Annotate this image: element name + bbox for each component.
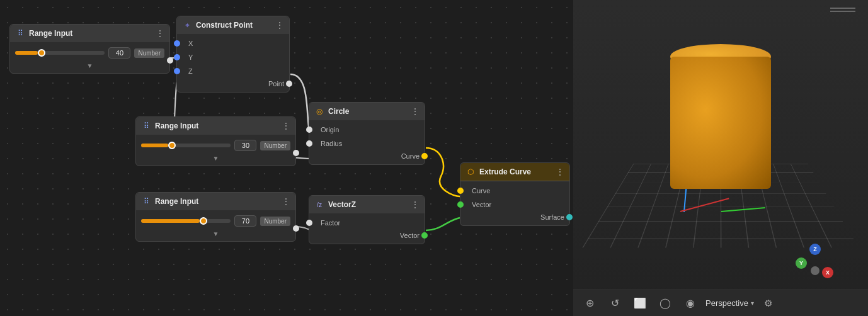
construct-point-title: Construct Point xyxy=(196,21,271,30)
range-input-1-menu[interactable]: ⋮ xyxy=(156,28,164,38)
construct-point-output-label: Point xyxy=(268,80,284,87)
range-input-3-value[interactable]: 70 xyxy=(234,215,256,227)
range-input-1-title: Range Input xyxy=(29,29,152,38)
construct-point-icon: ⌖ xyxy=(182,20,192,30)
vectorz-icon: /z xyxy=(314,200,324,210)
circle-body: Origin Radius Curve xyxy=(309,120,425,164)
range-icon-3: ⠿ xyxy=(141,196,151,206)
frame-btn[interactable]: ⬜ xyxy=(630,293,650,313)
construct-point-y-row: Y xyxy=(177,50,289,64)
range-input-2-type: Number xyxy=(260,141,290,150)
vectorz-factor-socket xyxy=(306,220,312,226)
construct-point-z-socket xyxy=(174,68,180,74)
range-icon-2: ⠿ xyxy=(141,121,151,131)
perspective-dropdown[interactable]: Perspective ▾ xyxy=(705,298,754,308)
range-input-2-menu[interactable]: ⋮ xyxy=(282,121,290,131)
extrude-curve-menu[interactable]: ⋮ xyxy=(556,167,564,177)
refresh-btn[interactable]: ↺ xyxy=(605,293,625,313)
construct-point-y-label: Y xyxy=(188,54,193,61)
extrude-curve-icon: ⬡ xyxy=(465,167,476,177)
circle-output-label: Curve xyxy=(401,152,420,160)
vectorz-output-socket xyxy=(421,232,428,239)
vectorz-factor-label: Factor xyxy=(321,219,340,227)
circle-icon: ◎ xyxy=(314,106,324,116)
range-input-1-thumb[interactable] xyxy=(38,49,45,57)
cylinder-body xyxy=(670,57,771,189)
range-input-3-thumb[interactable] xyxy=(200,217,207,225)
range-input-2-thumb[interactable] xyxy=(168,142,176,149)
range-input-3-slider-row: 70 Number xyxy=(136,213,295,229)
range-input-3-body: 70 Number ▼ xyxy=(136,210,295,241)
range-input-3-fill xyxy=(141,219,200,223)
range-input-2-title: Range Input xyxy=(155,121,278,130)
range-input-3-track[interactable] xyxy=(141,219,231,223)
sphere-btn[interactable]: ◉ xyxy=(680,293,700,313)
range-input-node-1: ⠿ Range Input ⋮ 40 Number ▼ xyxy=(9,24,170,74)
construct-point-x-label: X xyxy=(188,40,193,47)
node-editor: ⠿ Range Input ⋮ 40 Number ▼ ⌖ Construct … xyxy=(0,0,573,316)
circle-radius-socket xyxy=(306,140,312,147)
axis-x-ball[interactable]: X xyxy=(822,267,833,278)
extrude-curve-title: Extrude Curve xyxy=(479,167,552,176)
circle-btn[interactable]: ◯ xyxy=(655,293,675,313)
extrude-curve-body: Curve Vector Surface xyxy=(460,181,569,225)
range-input-node-2: ⠿ Range Input ⋮ 30 Number ▼ xyxy=(135,116,296,166)
range-input-3-title: Range Input xyxy=(155,197,278,206)
extrude-curve-curve-socket xyxy=(457,188,464,194)
viewport: Z X Y ⊕ ↺ ⬜ ◯ ◉ Perspective ▾ ⚙ xyxy=(573,0,868,316)
axis-y-ball[interactable]: Y xyxy=(796,257,807,269)
gear-btn[interactable]: ⚙ xyxy=(759,294,778,313)
circle-output-socket xyxy=(421,153,428,159)
range-input-2-track[interactable] xyxy=(141,144,231,147)
axis-z-ball[interactable]: Z xyxy=(809,244,821,255)
range-input-1-type: Number xyxy=(134,48,164,58)
extrude-curve-node: ⬡ Extrude Curve ⋮ Curve Vector Surface xyxy=(460,162,570,226)
range-input-1-track[interactable] xyxy=(15,51,105,55)
range-input-2-slider-row: 30 Number xyxy=(136,137,295,154)
construct-point-z-row: Z xyxy=(177,64,289,78)
range-input-3-menu[interactable]: ⋮ xyxy=(282,196,290,206)
range-input-node-3: ⠿ Range Input ⋮ 70 Number ▼ xyxy=(135,192,296,242)
range-icon-1: ⠿ xyxy=(15,28,25,38)
construct-point-menu[interactable]: ⋮ xyxy=(275,20,284,30)
vectorz-node: /z VectorZ ⋮ Factor Vector xyxy=(309,195,425,244)
construct-point-output-socket xyxy=(286,81,292,87)
range-input-2-body: 30 Number ▼ xyxy=(136,135,295,166)
viewport-bottom-bar: ⊕ ↺ ⬜ ◯ ◉ Perspective ▾ ⚙ xyxy=(573,290,868,316)
range-input-2-output-socket xyxy=(293,150,299,156)
range-input-1-header: ⠿ Range Input ⋮ xyxy=(10,25,169,42)
range-input-2-expand[interactable]: ▼ xyxy=(136,154,295,163)
range-input-1-slider-row: 40 Number xyxy=(10,45,169,61)
range-input-1-expand[interactable]: ▼ xyxy=(10,61,169,71)
vectorz-header: /z VectorZ ⋮ xyxy=(309,196,425,213)
range-input-2-value[interactable]: 30 xyxy=(234,140,256,151)
nav-widget xyxy=(824,5,862,18)
axis-center-ball[interactable] xyxy=(811,266,819,275)
range-input-1-body: 40 Number ▼ xyxy=(10,42,169,73)
range-input-3-output-socket xyxy=(293,225,299,232)
vectorz-menu[interactable]: ⋮ xyxy=(411,200,420,210)
range-input-1-value[interactable]: 40 xyxy=(108,47,130,59)
circle-output-row: Curve xyxy=(309,150,425,162)
extrude-curve-curve-row: Curve xyxy=(460,184,569,198)
construct-point-body: X Y Z Point xyxy=(177,34,289,92)
construct-point-header: ⌖ Construct Point ⋮ xyxy=(177,16,289,34)
range-input-1-fill xyxy=(15,51,38,55)
range-input-2-fill xyxy=(141,144,168,147)
axis-navigation[interactable]: Z X Y xyxy=(796,244,833,281)
circle-radius-row: Radius xyxy=(309,137,425,150)
construct-point-y-socket xyxy=(174,54,180,60)
vectorz-output-row: Vector xyxy=(309,230,425,241)
range-input-3-expand[interactable]: ▼ xyxy=(136,229,295,239)
cursor-tool-btn[interactable]: ⊕ xyxy=(580,293,600,313)
circle-menu[interactable]: ⋮ xyxy=(411,106,420,116)
extrude-curve-output-socket xyxy=(566,214,573,220)
extrude-curve-vector-socket xyxy=(457,201,464,208)
cylinder-3d xyxy=(664,38,777,189)
chevron-down-icon: ▾ xyxy=(751,300,754,307)
circle-origin-label: Origin xyxy=(321,126,339,133)
circle-origin-socket xyxy=(306,127,312,133)
vectorz-title: VectorZ xyxy=(328,200,407,209)
construct-point-x-socket xyxy=(174,40,180,47)
extrude-curve-output-row: Surface xyxy=(460,212,569,223)
